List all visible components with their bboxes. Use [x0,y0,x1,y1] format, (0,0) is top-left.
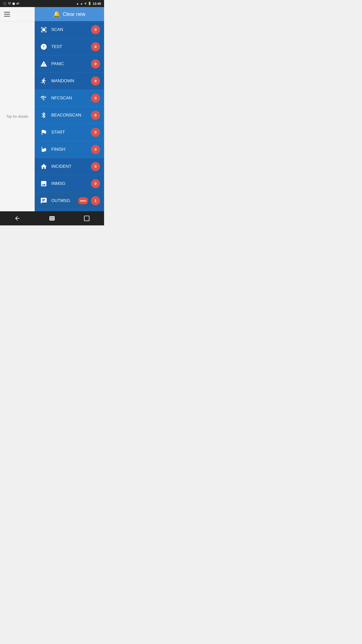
back-button[interactable] [10,213,25,223]
nfcscan-label: NFCSCAN [51,96,91,101]
tap-for-details[interactable]: Tap for details [0,21,34,211]
no-sim-icon: ✕ [84,2,86,5]
recent-button[interactable] [79,213,94,223]
incident-badge: 0 [91,162,100,171]
right-panel: 🔔 Clear new SCAN 0 [35,7,104,211]
finish-icon [39,146,49,153]
clear-new-label: Clear new [63,11,85,17]
status-bar-right: ▲ ▲ ✕ 🔋 13:45 [76,2,101,6]
panic-icon [39,60,49,67]
wifi-icon: ▲ [80,2,83,5]
menu-item-scan[interactable]: SCAN 0 [35,21,104,38]
svg-rect-1 [84,216,89,221]
menu-item-nfcscan[interactable]: NFCSCAN 0 [35,90,104,107]
status-bar-left: ⬛ 🛡 ▦ 🏷 [3,2,19,5]
nfcscan-icon [39,95,49,102]
mandown-label: MANDOWN [51,78,91,84]
hamburger-line-2 [4,14,10,15]
start-icon [39,129,49,136]
clear-new-button[interactable]: 🔔 Clear new [35,7,104,21]
finish-badge: 0 [91,145,100,154]
test-badge: 0 [91,42,100,51]
inmsg-badge: 0 [91,179,100,188]
home-button[interactable] [44,213,60,223]
menu-item-test[interactable]: TEST 0 [35,38,104,55]
test-icon [39,43,49,50]
menu-item-finish[interactable]: FINISH 0 [35,141,104,158]
mandown-badge: 0 [91,76,100,86]
bottom-nav [0,211,104,225]
outmsg-badges: new 1 [78,196,100,205]
tap-for-details-label: Tap for details [6,114,28,118]
scan-icon [39,26,49,33]
panic-badge: 0 [91,59,100,68]
menu-item-incident[interactable]: INCIDENT 0 [35,158,104,175]
inmsg-icon [39,180,49,187]
panic-label: PANIC [51,61,91,66]
mandown-icon [39,77,49,85]
clock: 13:45 [93,2,101,6]
signal-icon: ▲ [76,2,79,5]
status-bar: ⬛ 🛡 ▦ 🏷 ▲ ▲ ✕ 🔋 13:45 [0,0,104,7]
scan-label: SCAN [51,27,91,32]
test-label: TEST [51,44,91,49]
svg-rect-0 [50,216,54,220]
notification-icon-4: 🏷 [16,2,19,5]
notification-icon-2: 🛡 [8,2,11,5]
scan-badge: 0 [91,25,100,34]
beaconscan-label: BEACONSCAN [51,113,91,118]
menu-item-outmsg[interactable]: OUTMSG new 1 [35,192,104,209]
menu-item-beaconscan[interactable]: BEACONSCAN 0 [35,107,104,124]
hamburger-area[interactable] [0,7,34,21]
notification-icon-1: ⬛ [3,2,7,5]
finish-label: FINISH [51,147,91,152]
outmsg-icon [39,197,49,204]
hamburger-line-1 [4,12,10,13]
notification-icon-3: ▦ [12,2,15,5]
bell-icon: 🔔 [53,11,60,17]
outmsg-new-badge: new [78,197,88,204]
start-label: START [51,130,91,135]
inmsg-label: INMSG [51,181,91,186]
menu-item-inmsg[interactable]: INMSG 0 [35,175,104,192]
battery-icon: 🔋 [88,2,92,5]
incident-label: INCIDENT [51,164,91,169]
nfcscan-badge: 0 [91,94,100,103]
main-layout: Tap for details 🔔 Clear new SCAN 0 [0,7,104,211]
outmsg-label: OUTMSG [51,198,78,203]
menu-list: SCAN 0 TEST 0 PANI [35,21,104,211]
menu-item-mandown[interactable]: MANDOWN 0 [35,72,104,90]
menu-item-panic[interactable]: PANIC 0 [35,55,104,72]
incident-icon [39,163,49,170]
menu-item-start[interactable]: START 0 [35,124,104,141]
beaconscan-badge: 0 [91,111,100,120]
start-badge: 0 [91,128,100,137]
hamburger-button[interactable] [4,12,10,17]
outmsg-count-badge: 1 [91,196,100,205]
left-panel: Tap for details [0,7,35,211]
beaconscan-icon [39,112,49,119]
hamburger-line-3 [4,16,10,17]
